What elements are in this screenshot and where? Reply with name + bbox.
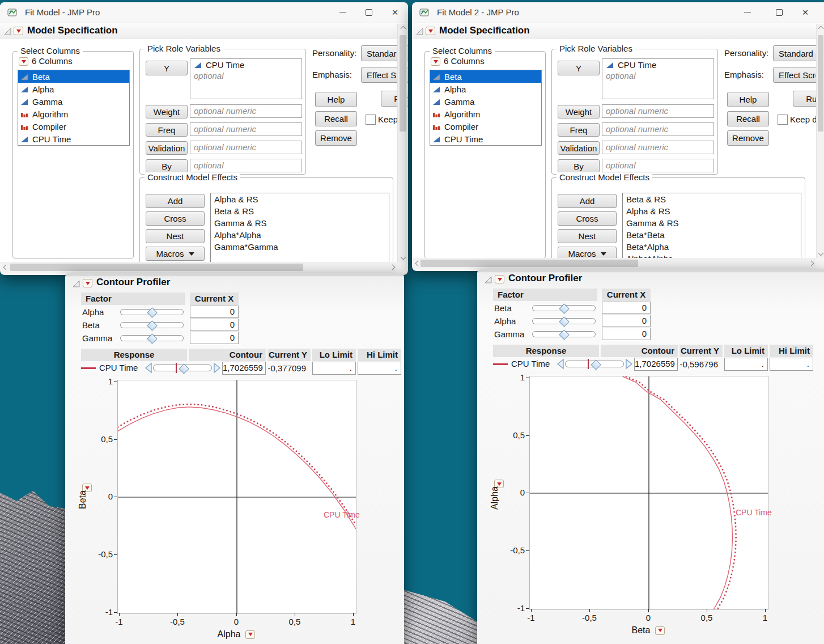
effect-item[interactable]: Alpha*Alpha — [623, 253, 801, 258]
recall-button[interactable]: Recall — [315, 111, 357, 126]
list-item-column[interactable]: Gamma — [18, 95, 129, 108]
validation-role-field[interactable]: optional numeric — [190, 141, 302, 154]
currentx-input[interactable]: 0 — [602, 315, 651, 327]
effect-item[interactable]: Gamma*Gamma — [211, 241, 389, 253]
y-role-button[interactable]: Y — [558, 61, 600, 75]
hilimit-input[interactable]: . — [770, 358, 813, 371]
freq-role-field[interactable]: optional numeric — [602, 122, 714, 136]
macros-dropdown-button[interactable]: Macros — [146, 247, 205, 261]
collapse-triangle-icon[interactable] — [72, 279, 80, 288]
effect-item[interactable]: Beta*Alpha — [623, 241, 801, 253]
slider-right-arrow-icon[interactable] — [213, 362, 221, 374]
weight-role-button[interactable]: Weight — [558, 105, 600, 118]
effect-item[interactable]: Beta & RS — [211, 205, 389, 217]
freq-role-field[interactable]: optional numeric — [190, 122, 302, 136]
y-role-button[interactable]: Y — [146, 61, 188, 75]
slider-right-arrow-icon[interactable] — [625, 358, 633, 370]
contour-plot-canvas[interactable] — [530, 376, 768, 609]
by-role-field[interactable]: optional — [602, 159, 714, 172]
effect-item[interactable]: Alpha & RS — [211, 193, 389, 205]
slider-left-arrow-icon[interactable] — [145, 362, 152, 374]
horizontal-scrollbar[interactable] — [413, 258, 815, 269]
factor-slider[interactable] — [120, 332, 184, 345]
red-triangle-menu-button[interactable] — [431, 57, 440, 66]
cross-button[interactable]: Cross — [558, 211, 617, 226]
list-item-column[interactable]: Compiler — [430, 120, 541, 133]
contour-value-input[interactable]: 1,7026559 — [634, 358, 678, 371]
effect-item[interactable]: Gamma & RS — [623, 217, 801, 229]
keep-dialog-checkbox[interactable] — [778, 115, 788, 125]
by-role-button[interactable]: By — [558, 159, 600, 173]
effect-item[interactable]: Beta*Beta — [623, 229, 801, 241]
maximize-button[interactable] — [766, 2, 792, 22]
currentx-input[interactable]: 0 — [602, 302, 651, 314]
effect-item[interactable]: Beta & RS — [623, 193, 801, 205]
validation-role-button[interactable]: Validation — [146, 141, 188, 155]
y-role-field[interactable]: CPU Time optional — [190, 58, 302, 99]
contour-level-slider[interactable] — [565, 358, 624, 370]
collapse-triangle-icon[interactable] — [3, 27, 12, 36]
keep-dialog-checkbox[interactable] — [366, 115, 376, 125]
red-triangle-menu-button[interactable] — [426, 27, 435, 35]
macros-dropdown-button[interactable]: Macros — [558, 247, 617, 258]
minimize-button[interactable] — [330, 2, 356, 22]
nest-button[interactable]: Nest — [146, 229, 205, 243]
effect-item[interactable]: Gamma & RS — [211, 217, 389, 229]
list-item-column[interactable]: Beta — [18, 70, 129, 83]
red-triangle-menu-button[interactable] — [495, 275, 504, 283]
slider-left-arrow-icon[interactable] — [557, 358, 564, 370]
contour-plot[interactable]: CPU Time — [117, 380, 356, 614]
factor-slider[interactable] — [532, 328, 596, 341]
contour-value-input[interactable]: 1,7026559 — [222, 362, 266, 375]
factor-slider[interactable] — [532, 315, 596, 328]
contour-plot-canvas[interactable] — [118, 380, 356, 613]
x-axis-red-triangle-button[interactable] — [245, 630, 255, 639]
list-item-column[interactable]: Gamma — [430, 95, 541, 108]
lolimit-input[interactable]: . — [724, 358, 768, 371]
list-item-column[interactable]: Alpha — [18, 83, 129, 95]
titlebar[interactable]: Fit Model 2 - JMP Pro × — [412, 2, 824, 23]
list-item-column[interactable]: Algorithm — [430, 108, 541, 120]
help-button[interactable]: Help — [727, 92, 769, 107]
help-button[interactable]: Help — [315, 92, 357, 107]
currentx-input[interactable]: 0 — [190, 319, 239, 331]
collapse-triangle-icon[interactable] — [415, 27, 424, 36]
minimize-button[interactable] — [734, 2, 761, 22]
by-role-button[interactable]: By — [146, 159, 188, 173]
effect-item[interactable]: Alpha & RS — [623, 205, 801, 217]
red-triangle-menu-button[interactable] — [83, 279, 92, 287]
currentx-input[interactable]: 0 — [190, 306, 239, 318]
red-triangle-menu-button[interactable] — [14, 27, 23, 35]
list-item-column[interactable]: Alpha — [430, 83, 541, 95]
factor-slider[interactable] — [120, 319, 184, 332]
list-item-column[interactable]: Algorithm — [18, 108, 129, 120]
freq-role-button[interactable]: Freq — [146, 123, 188, 137]
close-button[interactable]: × — [382, 2, 408, 22]
currentx-input[interactable]: 0 — [602, 328, 651, 340]
vertical-scrollbar[interactable] — [397, 24, 407, 262]
weight-role-field[interactable]: optional numeric — [190, 104, 302, 118]
collapse-triangle-icon[interactable] — [484, 276, 492, 284]
red-triangle-menu-button[interactable] — [19, 57, 28, 66]
hilimit-input[interactable]: . — [358, 362, 401, 375]
factor-slider[interactable] — [120, 306, 184, 319]
list-item-column[interactable]: CPU Time — [18, 133, 129, 145]
weight-role-button[interactable]: Weight — [146, 105, 188, 118]
cross-button[interactable]: Cross — [146, 211, 205, 226]
factor-slider[interactable] — [532, 302, 596, 315]
contour-plot[interactable]: CPU Time — [529, 376, 768, 610]
contour-level-slider[interactable] — [153, 362, 212, 374]
freq-role-button[interactable]: Freq — [558, 123, 600, 137]
vertical-scrollbar[interactable] — [816, 24, 824, 258]
remove-button[interactable]: Remove — [315, 130, 357, 146]
x-axis-red-triangle-button[interactable] — [655, 626, 665, 635]
validation-role-field[interactable]: optional numeric — [602, 141, 714, 154]
currentx-input[interactable]: 0 — [190, 332, 239, 344]
maximize-button[interactable] — [356, 2, 382, 22]
add-button[interactable]: Add — [558, 194, 617, 208]
y-role-field[interactable]: CPU Time optional — [602, 58, 714, 99]
list-item-column[interactable]: Beta — [430, 70, 541, 83]
effect-item[interactable]: Alpha*Alpha — [211, 229, 389, 241]
lolimit-input[interactable]: . — [312, 362, 356, 375]
remove-button[interactable]: Remove — [727, 130, 769, 146]
